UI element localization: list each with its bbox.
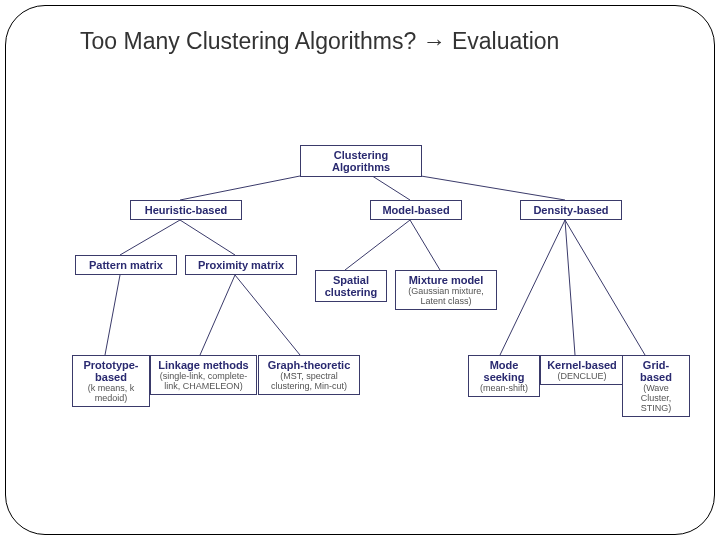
label: Mixture model <box>401 274 491 286</box>
node-spatial: Spatial clustering <box>315 270 387 302</box>
sublabel: (k means, k medoid) <box>78 383 144 403</box>
sublabel: (MST, spectral clustering, Min-cut) <box>264 371 354 391</box>
label: Spatial clustering <box>321 274 381 298</box>
label: Grid-based <box>628 359 684 383</box>
svg-line-10 <box>105 275 120 355</box>
label: Linkage methods <box>156 359 251 371</box>
svg-line-4 <box>180 220 235 255</box>
label: Model-based <box>376 204 456 216</box>
node-mixture: Mixture model (Gaussian mixture, Latent … <box>395 270 497 310</box>
node-grid: Grid-based (Wave Cluster, STING) <box>622 355 690 417</box>
label: Pattern matrix <box>81 259 171 271</box>
svg-line-6 <box>410 220 440 270</box>
svg-line-8 <box>565 220 575 355</box>
node-pattern: Pattern matrix <box>75 255 177 275</box>
svg-line-11 <box>200 275 235 355</box>
label: Density-based <box>526 204 616 216</box>
label: Kernel-based <box>546 359 618 371</box>
sublabel: (mean-shift) <box>474 383 534 393</box>
sublabel: (Gaussian mixture, Latent class) <box>401 286 491 306</box>
label: Heuristic-based <box>136 204 236 216</box>
node-model: Model-based <box>370 200 462 220</box>
label: Prototype-based <box>78 359 144 383</box>
sublabel: (Wave Cluster, STING) <box>628 383 684 413</box>
node-kernel: Kernel-based (DENCLUE) <box>540 355 624 385</box>
node-proximity: Proximity matrix <box>185 255 297 275</box>
svg-line-7 <box>500 220 565 355</box>
node-linkage: Linkage methods (single-link, complete-l… <box>150 355 257 395</box>
node-density: Density-based <box>520 200 622 220</box>
sublabel: (DENCLUE) <box>546 371 618 381</box>
svg-line-5 <box>345 220 410 270</box>
sublabel: (single-link, complete-link, CHAMELEON) <box>156 371 251 391</box>
svg-line-12 <box>235 275 300 355</box>
node-prototype: Prototype-based (k means, k medoid) <box>72 355 150 407</box>
svg-line-9 <box>565 220 645 355</box>
label: Proximity matrix <box>191 259 291 271</box>
label: Mode seeking <box>474 359 534 383</box>
svg-line-3 <box>120 220 180 255</box>
node-heuristic: Heuristic-based <box>130 200 242 220</box>
node-graph: Graph-theoretic (MST, spectral clusterin… <box>258 355 360 395</box>
label: Clustering Algorithms <box>306 149 416 173</box>
node-root: Clustering Algorithms <box>300 145 422 177</box>
label: Graph-theoretic <box>264 359 354 371</box>
node-mode: Mode seeking (mean-shift) <box>468 355 540 397</box>
